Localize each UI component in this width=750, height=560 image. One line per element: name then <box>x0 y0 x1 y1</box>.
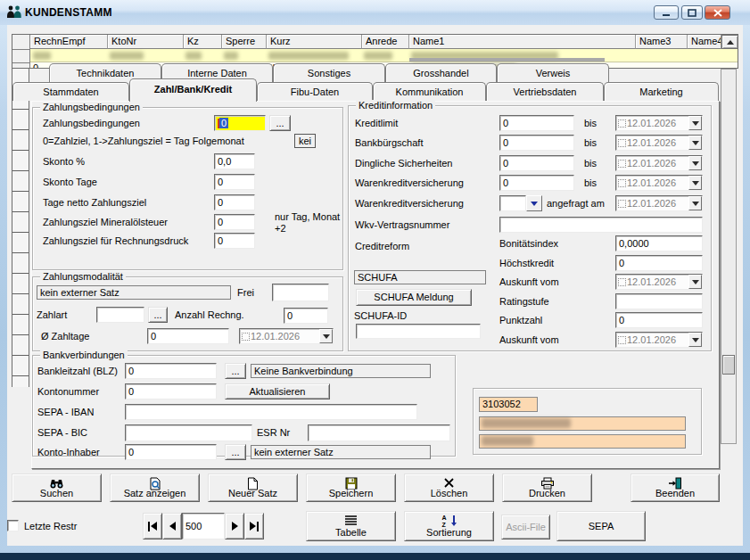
zahlart-field[interactable] <box>96 307 144 323</box>
sepa-button[interactable]: SEPA <box>556 511 646 541</box>
sicherheiten-field[interactable]: 0 <box>499 155 574 171</box>
mineraloelsteuer-field[interactable]: 0 <box>214 214 255 230</box>
blz-browse-button[interactable]: ... <box>225 363 246 379</box>
maximize-button[interactable] <box>681 5 703 20</box>
warenkredit-date-picker[interactable]: 12.01.2026 <box>615 175 703 191</box>
nav-last-button[interactable] <box>244 513 264 539</box>
sortierung-button[interactable]: AZ Sortierung <box>404 511 494 541</box>
tage-netto-field[interactable]: 0 <box>214 194 255 210</box>
nav-first-button[interactable] <box>143 513 162 539</box>
nav-count-field[interactable]: 500 <box>182 513 225 539</box>
selected-row[interactable] <box>30 49 738 62</box>
dropdown-arrow-icon <box>688 156 702 170</box>
grid-col-name4[interactable]: Name4 <box>688 35 721 49</box>
tabelle-button[interactable]: Tabelle <box>306 511 396 541</box>
kontonummer-field[interactable]: 0 <box>125 383 217 399</box>
warenkredit-field[interactable]: 0 <box>499 175 574 191</box>
tab-stammdaten[interactable]: Stammdaten <box>12 82 129 101</box>
zahlart-browse-button[interactable]: ... <box>148 307 168 323</box>
zahlungsbedingungen-field[interactable]: 0 <box>214 115 266 131</box>
tab-fibu-daten[interactable]: Fibu-Daten <box>257 82 373 101</box>
auskunft2-date-picker[interactable]: 12.01.2026 <box>615 332 703 348</box>
creditreform-label: Creditreform <box>355 241 409 252</box>
grid-col-rechnempf[interactable]: RechnEmpf <box>30 35 108 49</box>
letzte-restr-checkbox[interactable] <box>7 520 19 531</box>
frei-field[interactable] <box>272 284 329 301</box>
tab-verweis[interactable]: Verweis <box>497 63 609 82</box>
schufa-id-field[interactable] <box>356 324 481 339</box>
grid-col-name1[interactable]: Name1 <box>409 35 636 49</box>
zahltage-date-picker[interactable]: 12.01.2026 <box>239 328 334 344</box>
kreditlimit-date-picker[interactable]: 12.01.2026 <box>615 115 703 131</box>
dropdown-arrow-icon <box>688 116 702 130</box>
auskunft1-date-picker[interactable]: 12.01.2026 <box>615 274 703 290</box>
zahltage-field[interactable]: 0 <box>147 328 229 344</box>
tab-sonstiges[interactable]: Sonstiges <box>273 63 385 82</box>
kreditlimit-field[interactable]: 0 <box>499 115 574 131</box>
suchen-button[interactable]: Suchen <box>12 474 102 502</box>
punktzahl-field[interactable]: 0 <box>615 312 703 328</box>
anzahl-rechng-field[interactable]: 0 <box>284 308 328 324</box>
close-button[interactable] <box>705 5 730 20</box>
iban-label: SEPA - IBAN <box>37 407 94 418</box>
redacted-bar <box>409 58 605 62</box>
button-label: Tabelle <box>307 527 395 538</box>
group-title: Kreditinformation <box>356 100 435 111</box>
bankbuergschaft-field[interactable]: 0 <box>499 135 574 151</box>
grid-col-ktonr[interactable]: KtoNr <box>108 35 184 49</box>
konto-inhaber-field[interactable]: 0 <box>125 444 217 460</box>
speichern-button[interactable]: Speichern <box>306 474 396 502</box>
title-bar[interactable]: KUNDENSTAMM <box>0 0 750 25</box>
zahlungsbedingungen-browse-button[interactable]: ... <box>269 115 291 131</box>
loeschen-button[interactable]: Löschen <box>404 474 494 502</box>
wkv-combo-field[interactable] <box>499 195 526 211</box>
drucken-button[interactable]: Drucken <box>502 474 592 502</box>
date-checkbox-icon[interactable] <box>242 333 250 341</box>
skonto-tage-field[interactable]: 0 <box>214 174 255 190</box>
nav-prev-button[interactable] <box>162 513 182 539</box>
tab-marketing[interactable]: Marketing <box>604 82 719 101</box>
tab-grosshandel[interactable]: Grosshandel <box>385 63 497 82</box>
bic-field[interactable] <box>125 424 252 441</box>
triangle-up-icon <box>727 40 734 45</box>
inhaber-status-field: kein externer Satz <box>251 445 431 459</box>
inhaber-browse-button[interactable]: ... <box>225 444 246 460</box>
grid-col-name3[interactable]: Name3 <box>636 35 688 49</box>
grid-vertical-scrollbar[interactable] <box>721 69 737 444</box>
grid-scroll-up-button[interactable] <box>721 35 738 49</box>
bis-label: bis <box>584 158 597 169</box>
ratingstufe-label: Ratingstufe <box>499 296 549 308</box>
aktualisieren-button[interactable]: Aktualisieren <box>225 383 330 399</box>
nav-next-button[interactable] <box>225 513 244 539</box>
hoechstkredit-field[interactable]: 0 <box>615 255 703 271</box>
grid-col-kurz[interactable]: Kurz <box>267 35 362 49</box>
wkv-vertragsnummer-field[interactable] <box>499 217 703 233</box>
minimize-button[interactable] <box>654 5 679 20</box>
tab-zahl-bank-kredit[interactable]: Zahl/Bank/Kredit <box>129 78 257 102</box>
iban-field[interactable] <box>125 404 417 420</box>
ratingstufe-field[interactable] <box>615 293 703 309</box>
tab-vertriebsdaten[interactable]: Vertriebsdaten <box>486 82 604 101</box>
sicherheiten-date-picker[interactable]: 12.01.2026 <box>615 155 703 171</box>
blz-field[interactable]: 0 <box>125 363 217 379</box>
skonto-prozent-field[interactable]: 0,0 <box>214 153 255 169</box>
rechnungsdruck-field[interactable]: 0 <box>214 233 255 249</box>
grid-col-sperre[interactable]: Sperre <box>222 35 267 49</box>
auskunft-vom-label: Auskunft vom <box>499 276 559 288</box>
wkv-dropdown-button[interactable] <box>526 195 542 211</box>
esr-field[interactable] <box>308 424 450 441</box>
dropdown-arrow-icon[interactable] <box>319 329 333 343</box>
bankbuergschaft-date-picker[interactable]: 12.01.2026 <box>615 135 703 151</box>
bis-label: bis <box>584 118 597 129</box>
bonitaetsindex-field[interactable]: 0,0000 <box>615 235 703 251</box>
tab-kommunikation[interactable]: Kommunikation <box>373 82 486 101</box>
schufa-meldung-button[interactable]: SCHUFA Meldung <box>356 289 472 306</box>
beenden-button[interactable]: Beenden <box>630 474 720 502</box>
angefragt-date-picker[interactable]: 12.01.2026 <box>615 195 703 211</box>
neuer-satz-button[interactable]: Neuer Satz <box>208 474 298 502</box>
grid-col-anrede[interactable]: Anrede <box>362 35 409 49</box>
tage-netto-label: Tage netto Zahlungsziel <box>43 197 146 209</box>
satz-anzeigen-button[interactable]: Satz anzeigen <box>110 474 200 502</box>
grid-col-kz[interactable]: Kz <box>184 35 222 49</box>
scrollbar-thumb[interactable] <box>722 355 735 375</box>
